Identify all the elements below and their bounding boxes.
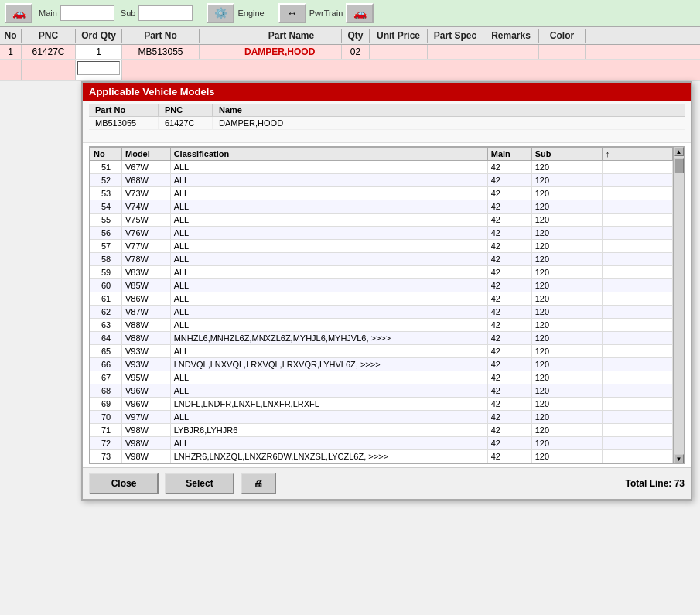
select-button[interactable]: Select xyxy=(165,473,234,494)
cell-classification: LNDVQL,LNXVQL,LRXVQL,LRXVQR,LYHVL6Z, >>>… xyxy=(170,358,487,371)
cell-no: 1 xyxy=(0,45,22,59)
cell-extra xyxy=(602,161,672,174)
cell-classification: ALL xyxy=(170,279,487,292)
th-model: Model xyxy=(122,148,171,161)
table-row[interactable]: 64 V88W MNHZL6,MNHZL6Z,MNXZL6Z,MYHJL6,MY… xyxy=(90,332,673,345)
cell-model: V74W xyxy=(122,200,171,214)
cell-sub: 120 xyxy=(531,384,602,398)
table-row[interactable]: 63 V88W ALL 42 120 xyxy=(90,319,673,332)
pi-part-no: MB513055 xyxy=(89,117,159,129)
scroll-arrow-down[interactable]: ▼ xyxy=(674,454,684,463)
table-row[interactable]: 56 V76W ALL 42 120 xyxy=(90,227,673,240)
cell-main: 42 xyxy=(487,253,531,266)
cell-extra xyxy=(602,306,672,319)
table-row[interactable]: 57 V77W ALL 42 120 xyxy=(90,240,673,253)
col-extra2 xyxy=(213,29,227,43)
table-row[interactable]: 51 V67W ALL 42 120 xyxy=(90,161,673,174)
cell-classification: ALL xyxy=(170,292,487,306)
cell-extra xyxy=(602,371,672,384)
cell-model: V98W xyxy=(122,437,171,450)
cell-no: 56 xyxy=(90,227,122,240)
cell-e3 xyxy=(227,45,241,59)
cell-sub: 120 xyxy=(531,266,602,279)
cell-part-no: MB513055 xyxy=(122,45,200,59)
cell-classification: ALL xyxy=(170,227,487,240)
cell-no: 51 xyxy=(90,161,122,174)
pwrtrain-icon[interactable]: ↔ xyxy=(278,3,306,23)
scrollbar[interactable]: ▲ ▼ xyxy=(673,147,684,463)
cell-no: 54 xyxy=(90,200,122,214)
cell-sub: 120 xyxy=(531,319,602,332)
cell-sub: 120 xyxy=(531,437,602,450)
table-row[interactable]: 58 V78W ALL 42 120 xyxy=(90,253,673,266)
cell-main: 42 xyxy=(487,411,531,424)
table-row[interactable]: 66 V93W LNDVQL,LNXVQL,LRXVQL,LRXVQR,LYHV… xyxy=(90,358,673,371)
cell-model: V88W xyxy=(122,332,171,345)
cell-e1 xyxy=(200,45,213,59)
parts-row-1: 1 61427C 1 MB513055 DAMPER,HOOD 02 xyxy=(0,45,700,60)
scroll-arrow-up[interactable]: ▲ xyxy=(674,147,684,156)
table-row[interactable]: 68 V96W ALL 42 120 xyxy=(90,384,673,398)
sub-input[interactable] xyxy=(138,5,193,21)
pi-pnc: 61427C xyxy=(159,117,213,129)
table-row[interactable]: 67 V95W ALL 42 120 xyxy=(90,371,673,384)
table-row[interactable]: 71 V98W LYBJR6,LYHJR6 42 120 xyxy=(90,424,673,437)
print-button[interactable]: 🖨 xyxy=(241,473,276,494)
cell-no: 61 xyxy=(90,292,122,306)
cell-classification: MNHZL6,MNHZL6Z,MNXZL6Z,MYHJL6,MYHJVL6, >… xyxy=(170,332,487,345)
pi-col-part-no: Part No xyxy=(89,104,159,116)
col-part-name: Part Name xyxy=(241,29,342,43)
table-row[interactable]: 54 V74W ALL 42 120 xyxy=(90,200,673,214)
cell-no: 68 xyxy=(90,384,122,398)
table-row[interactable]: 62 V87W ALL 42 120 xyxy=(90,306,673,319)
table-row[interactable]: 73 V98W LNHZR6,LNXZQL,LNXZR6DW,LNXZSL,LY… xyxy=(90,450,673,463)
table-row[interactable]: 72 V98W ALL 42 120 xyxy=(90,437,673,450)
cell-main: 42 xyxy=(487,200,531,214)
cell-classification: ALL xyxy=(170,306,487,319)
car-icon-right[interactable]: 🚗 xyxy=(346,3,374,23)
pi-name: DAMPER,HOOD xyxy=(213,117,599,129)
cell-sub: 120 xyxy=(531,450,602,463)
cell-model: V98W xyxy=(122,424,171,437)
cell-no: 52 xyxy=(90,174,122,187)
col-remarks: Remarks xyxy=(483,29,539,43)
table-row[interactable]: 60 V85W ALL 42 120 xyxy=(90,279,673,292)
table-row[interactable]: 65 V93W ALL 42 120 xyxy=(90,345,673,358)
table-row[interactable]: 61 V86W ALL 42 120 xyxy=(90,292,673,306)
cell-extra xyxy=(602,214,672,227)
th-main: Main xyxy=(487,148,531,161)
cell-classification: ALL xyxy=(170,240,487,253)
sub-section: Sub xyxy=(121,5,193,21)
cell-no: 71 xyxy=(90,424,122,437)
table-row[interactable]: 53 V73W ALL 42 120 xyxy=(90,187,673,200)
total-line: Total Line: 73 xyxy=(626,478,685,489)
engine-icon[interactable]: ⚙️ xyxy=(207,3,234,23)
th-sub: Sub xyxy=(531,148,602,161)
cell-ord-qty: 1 xyxy=(76,45,122,59)
cell-no: 66 xyxy=(90,358,122,371)
th-no: No xyxy=(90,148,122,161)
close-button[interactable]: Close xyxy=(89,473,159,494)
vtable-body: 51 V67W ALL 42 120 52 V68W ALL 42 120 53… xyxy=(90,161,673,463)
table-row[interactable]: 59 V83W ALL 42 120 xyxy=(90,266,673,279)
cell-classification: ALL xyxy=(170,345,487,358)
table-row[interactable]: 70 V97W ALL 42 120 xyxy=(90,411,673,424)
cell-no: 60 xyxy=(90,279,122,292)
cell-main: 42 xyxy=(487,398,531,411)
cell-model: V93W xyxy=(122,345,171,358)
cell-no: 58 xyxy=(90,253,122,266)
table-row[interactable]: 55 V75W ALL 42 120 xyxy=(90,214,673,227)
table-row[interactable]: 69 V96W LNDFL,LNDFR,LNXFL,LNXFR,LRXFL 42… xyxy=(90,398,673,411)
car-icon-left[interactable]: 🚗 xyxy=(5,3,32,23)
cell-model: V96W xyxy=(122,384,171,398)
cell-model: V98W xyxy=(122,450,171,463)
scroll-thumb[interactable] xyxy=(674,158,684,173)
table-row[interactable]: 52 V68W ALL 42 120 xyxy=(90,174,673,187)
cell-extra xyxy=(602,174,672,187)
cell-main: 42 xyxy=(487,227,531,240)
ord-qty-input[interactable] xyxy=(77,61,120,75)
cell-model: V86W xyxy=(122,292,171,306)
cell-model: V87W xyxy=(122,306,171,319)
main-input[interactable] xyxy=(60,5,114,21)
cell-classification: ALL xyxy=(170,200,487,214)
